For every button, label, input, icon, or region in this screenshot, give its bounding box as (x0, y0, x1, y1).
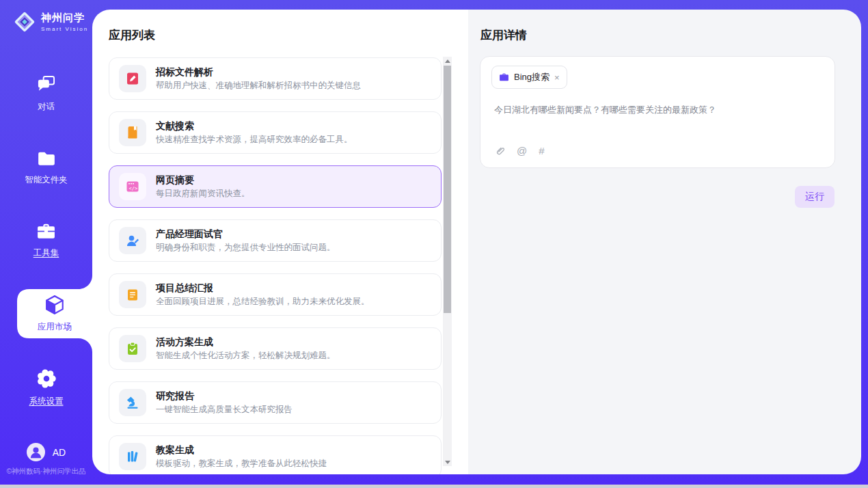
user-name: AD (53, 447, 66, 458)
app-icon-tile (119, 335, 146, 362)
app-card-project-summary[interactable]: 项目总结汇报 全面回顾项目进展，总结经验教训，助力未来优化发展。 (109, 273, 442, 316)
brand-tagline: Smart Vision (41, 26, 88, 32)
document-edit-icon (125, 71, 140, 86)
main-panel: 应用列表 招标文件解析 帮助用户快速、准确地理解和解析招标书中的关键信息 (92, 10, 861, 474)
sidebar-item-label: 工具集 (0, 247, 92, 259)
composer-toolbar: @ # (494, 145, 545, 157)
paperclip-icon[interactable] (494, 145, 505, 157)
app-card-title: 网页摘要 (156, 174, 250, 186)
app-card-web-summary[interactable]: </> 网页摘要 每日政府新闻资讯快查。 (109, 165, 442, 208)
cube-icon (44, 294, 66, 316)
browser-code-icon: </> (125, 179, 140, 194)
app-card-list: 招标文件解析 帮助用户快速、准确地理解和解析招标书中的关键信息 文献搜索 (109, 57, 442, 474)
book-icon (125, 125, 140, 140)
app-detail-title: 应用详情 (480, 27, 527, 43)
chat-icon (36, 75, 56, 94)
hash-icon[interactable]: # (539, 145, 544, 157)
app-card-title: 活动方案生成 (156, 336, 336, 348)
brand-logo: 神州问学 Smart Vision (14, 10, 88, 33)
app-card-research-report[interactable]: 研究报告 一键智能生成高质量长文本研究报告 (109, 381, 442, 424)
app-icon-tile (119, 65, 146, 92)
app-card-title: 项目总结汇报 (156, 282, 370, 294)
avatar (27, 443, 45, 461)
scroll-down-icon[interactable] (443, 458, 452, 466)
sidebar-item-toolset[interactable]: 工具集 (0, 223, 92, 259)
app-card-description: 模板驱动，教案生成，教学准备从此轻松快捷 (156, 458, 327, 470)
microscope-icon (125, 395, 140, 410)
app-list-scrollbar[interactable] (443, 57, 452, 466)
app-icon-tile (119, 119, 146, 146)
gear-icon (37, 369, 56, 388)
interviewer-icon (125, 233, 140, 248)
app-card-title: 文献搜索 (156, 120, 353, 132)
user-profile[interactable]: AD (0, 443, 92, 461)
svg-text:</>: </> (129, 186, 138, 191)
app-card-description: 明确身份和职责，为您提供专业性的面试问题。 (156, 242, 336, 254)
app-card-event-plan[interactable]: 活动方案生成 智能生成个性化活动方案，轻松解决规划难题。 (109, 327, 442, 370)
brand-diamond-icon (14, 10, 36, 33)
sidebar-item-app-market[interactable]: 应用市场 (17, 294, 92, 333)
prompt-card: Bing搜索 × 今日湖北有哪些新闻要点？有哪些需要关注的最新政策？ @ # (480, 56, 835, 168)
books-icon (125, 449, 140, 464)
app-list-title: 应用列表 (109, 27, 155, 43)
app-card-description: 全面回顾项目进展，总结经验教训，助力未来优化发展。 (156, 296, 370, 308)
app-card-pm-interviewer[interactable]: 产品经理面试官 明确身份和职责，为您提供专业性的面试问题。 (109, 219, 442, 262)
toolbox-icon (36, 223, 56, 240)
sidebar-item-settings[interactable]: 系统设置 (0, 369, 92, 407)
app-card-description: 一键智能生成高质量长文本研究报告 (156, 404, 293, 416)
sidebar-item-label: 应用市场 (17, 321, 92, 333)
app-card-description: 帮助用户快速、准确地理解和解析招标书中的关键信息 (156, 80, 361, 92)
at-sign-icon[interactable]: @ (517, 145, 527, 157)
app-icon-tile (119, 443, 146, 470)
sidebar-item-label: 对话 (0, 101, 92, 113)
app-card-title: 研究报告 (156, 390, 293, 402)
sidebar-item-label: 智能文件夹 (0, 174, 92, 186)
folder-icon (37, 150, 56, 167)
window-bottom-edge (0, 485, 868, 488)
app-icon-tile (119, 227, 146, 254)
app-card-description: 智能生成个性化活动方案，轻松解决规划难题。 (156, 350, 336, 362)
app-card-literature-search[interactable]: 文献搜索 快速精准查找学术资源，提高研究效率的必备工具。 (109, 111, 442, 154)
app-card-title: 教案生成 (156, 444, 327, 456)
app-card-description: 每日政府新闻资讯快查。 (156, 188, 250, 200)
brand-name: 神州问学 (41, 12, 88, 25)
notepad-icon (125, 287, 140, 302)
sidebar-item-smart-folders[interactable]: 智能文件夹 (0, 150, 92, 186)
app-detail-section: 应用详情 Bing搜索 × 今日湖北有哪些新闻要点？有哪些需要关注的最新政策？ … (468, 10, 861, 474)
app-icon-tile (119, 389, 146, 416)
tool-chip-bing-search[interactable]: Bing搜索 × (491, 66, 567, 89)
app-card-description: 快速精准查找学术资源，提高研究效率的必备工具。 (156, 134, 353, 146)
app-window: 神州问学 Smart Vision 对话 智能文件夹 工具集 (0, 0, 868, 488)
sidebar-item-label: 系统设置 (0, 396, 92, 407)
copyright-footer: ©神州数码·神州问学出品 (0, 467, 92, 476)
app-card-title: 产品经理面试官 (156, 228, 336, 240)
prompt-input[interactable]: 今日湖北有哪些新闻要点？有哪些需要关注的最新政策？ (494, 103, 821, 116)
app-card-title: 招标文件解析 (156, 66, 361, 78)
app-icon-tile: </> (119, 173, 146, 200)
app-icon-tile (119, 281, 146, 308)
tool-chip-label: Bing搜索 (514, 71, 550, 83)
sidebar-item-chat[interactable]: 对话 (0, 75, 92, 113)
run-button[interactable]: 运行 (795, 186, 835, 208)
clipboard-check-icon (125, 341, 140, 356)
app-card-lesson-plan[interactable]: 教案生成 模板驱动，教案生成，教学准备从此轻松快捷 (109, 435, 442, 474)
briefcase-icon (499, 72, 509, 82)
close-icon[interactable]: × (554, 73, 560, 82)
scrollbar-thumb[interactable] (444, 66, 451, 313)
scroll-up-icon[interactable] (443, 57, 452, 65)
app-list-section: 应用列表 招标文件解析 帮助用户快速、准确地理解和解析招标书中的关键信息 (92, 10, 468, 474)
app-card-bid-document-parsing[interactable]: 招标文件解析 帮助用户快速、准确地理解和解析招标书中的关键信息 (109, 57, 442, 100)
